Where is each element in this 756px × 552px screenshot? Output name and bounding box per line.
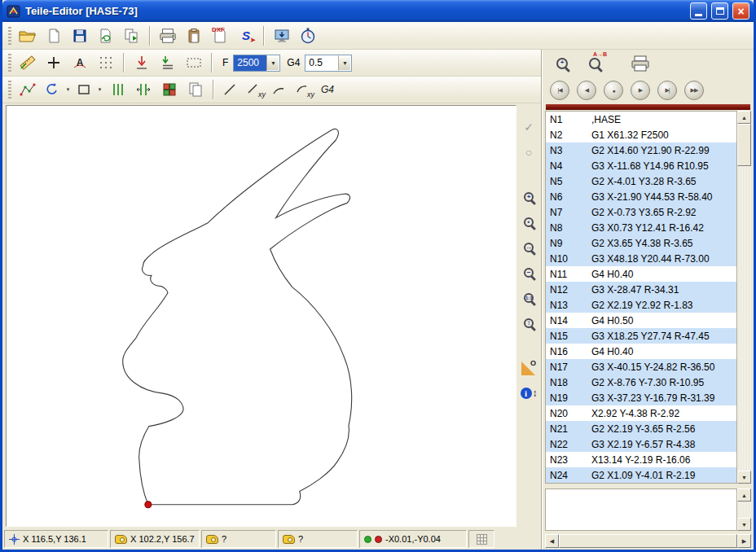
- gcode-row[interactable]: N12G3 X-28.47 R-34.31: [546, 282, 736, 297]
- gcode-row[interactable]: N23X13.14 Y-2.19 R-16.06: [546, 452, 736, 467]
- goto-end-button[interactable]: ▶|: [657, 81, 677, 100]
- toolbar-grip[interactable]: [8, 81, 11, 99]
- scroll-track[interactable]: [737, 502, 751, 518]
- polyline-button[interactable]: [15, 78, 40, 101]
- grid-status-panel[interactable]: [468, 530, 494, 548]
- grid-toggle-button[interactable]: [94, 51, 118, 74]
- save-copy-button[interactable]: [120, 24, 144, 47]
- zoom-fit-button[interactable]: ↕: [519, 314, 538, 332]
- gcode-row[interactable]: N20X2.92 Y-4.38 R-2.92: [546, 405, 736, 421]
- arc-button[interactable]: [268, 78, 289, 101]
- step-back-button[interactable]: ◀: [577, 81, 596, 100]
- gcode-row[interactable]: N16G4 H0.40: [546, 344, 736, 359]
- gcode-row[interactable]: N11G4 H0.40: [546, 266, 736, 282]
- new-button[interactable]: [42, 24, 66, 47]
- scroll-up-button[interactable]: ▲: [737, 111, 751, 124]
- zoom-pan-button[interactable]: ↔: [519, 239, 538, 256]
- zoom-out-button[interactable]: −: [519, 264, 538, 282]
- scroll-right-button[interactable]: ▶: [737, 534, 751, 548]
- rotate-dropdown-button[interactable]: ▼: [64, 78, 72, 101]
- gcode-row[interactable]: N10G3 X48.18 Y20.44 R-73.00: [546, 251, 736, 266]
- shape-dropdown-button[interactable]: ▼: [96, 78, 103, 101]
- line-xy-button[interactable]: xy: [242, 78, 266, 101]
- gcode-row[interactable]: N1,HASE: [546, 112, 736, 127]
- g4-button[interactable]: G4: [317, 78, 338, 101]
- machine-transfer-button[interactable]: [270, 24, 294, 47]
- start-point[interactable]: [145, 502, 152, 508]
- gcode-row[interactable]: N6G3 X-21.90 Y44.53 R-58.40: [546, 189, 736, 204]
- status-ring-button[interactable]: ○: [519, 143, 538, 161]
- save-button[interactable]: [68, 24, 92, 47]
- zoom-a-b-button[interactable]: A→B: [584, 52, 605, 75]
- gcode-row[interactable]: N14G4 H0.50: [546, 313, 736, 328]
- panel-zoom-button[interactable]: +: [552, 52, 573, 75]
- ortho-button[interactable]: O: [519, 359, 538, 377]
- toolbar-grip[interactable]: [8, 27, 11, 45]
- insert-line-button[interactable]: [156, 51, 180, 74]
- scroll-down-button[interactable]: ▼: [737, 518, 751, 531]
- close-button[interactable]: ×: [732, 2, 749, 20]
- message-scrollbar[interactable]: ▲ ▼: [737, 488, 751, 531]
- gcode-row[interactable]: N2G1 X61.32 F2500: [546, 127, 736, 142]
- reload-button[interactable]: [94, 24, 118, 47]
- gcode-row[interactable]: N5G2 X-4.01 Y3.28 R-3.65: [546, 173, 736, 189]
- quadrant-button[interactable]: [157, 78, 182, 101]
- gcode-row[interactable]: N17G3 X-40.15 Y-24.82 R-36.50: [546, 359, 736, 375]
- scroll-down-button[interactable]: ▼: [737, 471, 751, 484]
- step-forward-button[interactable]: ▶: [631, 81, 650, 100]
- feed-combo[interactable]: 2500 ▼: [233, 55, 280, 72]
- gcode-row[interactable]: N22G3 X2.19 Y-6.57 R-4.38: [546, 436, 736, 452]
- dxf-import-button[interactable]: DXF: [208, 24, 232, 47]
- measure-button[interactable]: [15, 51, 40, 74]
- scroll-thumb[interactable]: [737, 124, 751, 166]
- gcode-row[interactable]: N21G2 X2.19 Y-3.65 R-2.56: [546, 421, 736, 436]
- run-button[interactable]: ▶▶: [684, 81, 704, 100]
- rotate-button[interactable]: [42, 78, 63, 101]
- gcode-row[interactable]: N8G3 X0.73 Y12.41 R-16.42: [546, 220, 736, 235]
- paste-button[interactable]: [182, 24, 206, 47]
- maximize-button[interactable]: [711, 2, 728, 20]
- drawing-canvas[interactable]: [6, 105, 516, 527]
- scroll-track[interactable]: [737, 166, 751, 471]
- spline-button[interactable]: S ➤: [234, 24, 258, 47]
- open-button[interactable]: [15, 24, 40, 47]
- message-box[interactable]: [545, 488, 737, 531]
- gcode-row[interactable]: N15G3 X18.25 Y27.74 R-47.45: [546, 328, 736, 344]
- minimize-button[interactable]: [690, 2, 707, 20]
- toolbar-grip[interactable]: [8, 54, 11, 72]
- gcode-row[interactable]: N7G2 X-0.73 Y3.65 R-2.92: [546, 204, 736, 220]
- part-outline[interactable]: [123, 129, 352, 504]
- timer-button[interactable]: [296, 24, 320, 47]
- zoom-in-button[interactable]: +: [519, 188, 538, 206]
- angle-button[interactable]: A: [68, 51, 92, 74]
- crosshair-button[interactable]: [42, 51, 66, 74]
- selection-button[interactable]: [182, 51, 206, 74]
- scroll-up-button[interactable]: ▲: [737, 488, 751, 502]
- apply-button[interactable]: ✓: [519, 118, 538, 136]
- feed-dropdown-button[interactable]: ▼: [266, 55, 279, 71]
- gcode-row[interactable]: N9G2 X3.65 Y4.38 R-3.65: [546, 235, 736, 251]
- gcode-row[interactable]: N4G3 X-11.68 Y14.96 R10.95: [546, 158, 736, 173]
- zoom-actual-button[interactable]: 1:1: [519, 289, 538, 307]
- goto-start-button[interactable]: |◀: [550, 81, 569, 100]
- info-button[interactable]: i↕: [519, 384, 538, 402]
- shape-button[interactable]: [73, 78, 94, 101]
- import-point-button[interactable]: [130, 51, 154, 74]
- gcode-scrollbar[interactable]: ▲ ▼: [737, 111, 751, 484]
- stop-button[interactable]: ●: [604, 81, 623, 100]
- panel-hscrollbar[interactable]: ◀ ▶: [545, 534, 751, 548]
- gcode-row[interactable]: N13G2 X2.19 Y2.92 R-1.83: [546, 297, 736, 313]
- scroll-left-button[interactable]: ◀: [545, 534, 559, 548]
- mirror-button[interactable]: [131, 78, 156, 101]
- arc-xy-button[interactable]: xy: [291, 78, 315, 101]
- line-button[interactable]: [219, 78, 240, 101]
- zoom-window-button[interactable]: ▪: [519, 213, 538, 231]
- hscroll-thumb[interactable]: [559, 534, 737, 548]
- gcode-row[interactable]: N3G2 X14.60 Y21.90 R-22.99: [546, 142, 736, 158]
- dwell-combo[interactable]: 0.5 ▼: [305, 55, 352, 72]
- gcode-row[interactable]: N24G2 X1.09 Y-4.01 R-2.19: [546, 467, 736, 483]
- panel-print-button[interactable]: [628, 52, 653, 75]
- dwell-dropdown-button[interactable]: ▼: [338, 55, 351, 71]
- offset-button[interactable]: [105, 78, 130, 101]
- duplicate-button[interactable]: [183, 78, 208, 101]
